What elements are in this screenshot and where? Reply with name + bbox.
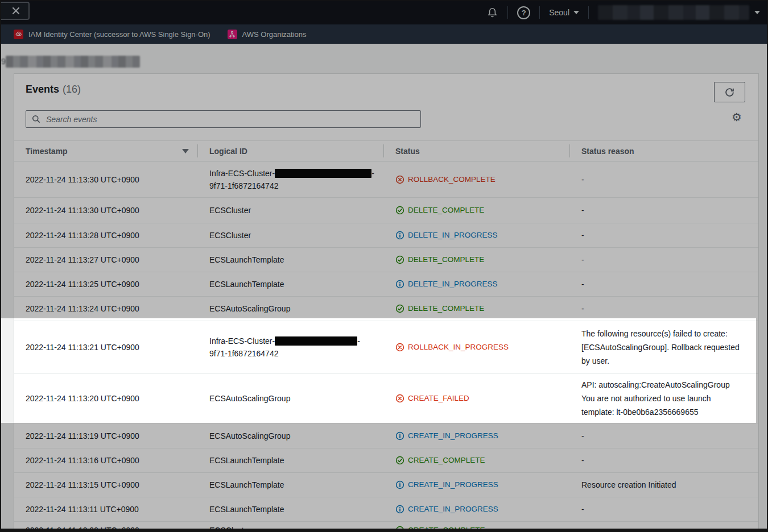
table-row: 2022-11-24 11:13:24 UTC+0900ECSAutoScali… xyxy=(14,297,758,321)
status-reason-cell: The following resource(s) failed to crea… xyxy=(570,327,749,368)
redacted-text-block xyxy=(275,169,371,178)
column-header-status[interactable]: Status xyxy=(384,141,570,161)
table-row: 2022-11-24 11:13:16 UTC+0900ECSLaunchTem… xyxy=(14,448,758,473)
events-table: TimestampLogical IDStatusStatus reason 2… xyxy=(14,140,758,532)
status-info-icon xyxy=(395,505,404,514)
top-bar-divider xyxy=(588,6,589,19)
timestamp-cell: 2022-11-24 11:13:30 UTC+0900 xyxy=(14,204,198,217)
logical-id-cell: ECSAutoScalingGroup xyxy=(198,392,384,405)
status-label: CREATE_COMPLETE xyxy=(408,454,485,467)
close-icon xyxy=(11,6,20,15)
status-error-icon xyxy=(395,394,404,403)
status-reason-cell: - xyxy=(570,429,749,443)
timestamp-cell: 2022-11-24 11:13:24 UTC+0900 xyxy=(14,302,198,315)
settings-gear-icon[interactable]: ⚙︎ xyxy=(732,111,742,123)
top-bar-divider xyxy=(507,6,508,19)
region-selector[interactable]: Seoul xyxy=(549,8,579,17)
status-cell: CREATE_IN_PROGRESS xyxy=(384,479,570,491)
logical-id-cell: ECSCluster xyxy=(198,522,384,532)
column-header-label: Status xyxy=(395,147,420,156)
status-cell: CREATE_COMPLETE xyxy=(384,454,570,467)
refresh-button[interactable] xyxy=(714,82,745,102)
iam-identity-center-icon xyxy=(14,30,23,39)
status-reason-cell: - xyxy=(570,454,749,467)
status-label: CREATE_COMPLETE xyxy=(408,524,485,532)
status-success-icon xyxy=(395,526,404,532)
favorite-aws-organizations[interactable]: AWS Organizations xyxy=(228,30,307,39)
status-reason-cell: - xyxy=(570,253,749,267)
status-cell: DELETE_COMPLETE xyxy=(384,302,570,315)
status-success-icon xyxy=(395,255,404,264)
status-label: CREATE_IN_PROGRESS xyxy=(408,430,498,442)
events-panel: Events(16) ⚙︎ TimestampLogical IDStatusS… xyxy=(14,73,759,532)
status-cell: ROLLBACK_IN_PROGRESS xyxy=(384,341,570,354)
search-icon xyxy=(32,115,40,123)
logical-id-cell: ECSCluster xyxy=(198,204,384,217)
column-header-timestamp[interactable]: Timestamp xyxy=(14,141,198,161)
table-row: 2022-11-24 11:13:15 UTC+0900ECSLaunchTem… xyxy=(14,473,758,497)
status-reason-cell: - xyxy=(570,522,749,532)
status-reason-cell: Resource creation Initiated xyxy=(570,478,749,492)
status-reason-cell: - xyxy=(570,228,749,242)
account-name-redacted xyxy=(598,5,749,20)
column-header-status-reason[interactable]: Status reason xyxy=(570,141,758,161)
search-input[interactable] xyxy=(45,114,420,124)
status-reason-cell: - xyxy=(570,302,749,315)
help-icon[interactable]: ? xyxy=(517,6,530,19)
top-bar-right-controls: ? Seoul xyxy=(486,1,760,24)
table-header-row: TimestampLogical IDStatusStatus reason xyxy=(14,140,758,161)
status-cell: DELETE_COMPLETE xyxy=(384,253,570,266)
account-menu[interactable] xyxy=(598,5,760,20)
status-info-icon xyxy=(395,280,404,289)
status-cell: CREATE_IN_PROGRESS xyxy=(384,430,570,442)
aws-console-screenshot: ? Seoul IAM Identity Center (success xyxy=(0,0,768,532)
timestamp-cell: 2022-11-24 11:13:15 UTC+0900 xyxy=(14,479,198,491)
help-glyph: ? xyxy=(522,9,526,17)
sort-descending-icon xyxy=(182,149,189,153)
timestamp-cell: 2022-11-24 11:13:20 UTC+0900 xyxy=(14,392,198,405)
chevron-down-icon xyxy=(573,11,579,14)
table-row: 2022-11-24 11:13:19 UTC+0900ECSAutoScali… xyxy=(14,423,758,448)
table-row: 2022-11-24 11:13:11 UTC+0900ECSLaunchTem… xyxy=(14,497,758,522)
top-bar-divider xyxy=(539,6,540,19)
console-top-bar: ? Seoul xyxy=(1,1,767,24)
redacted-text-block xyxy=(275,336,357,346)
status-label: DELETE_IN_PROGRESS xyxy=(408,229,498,242)
timestamp-cell: 2022-11-24 11:13:19 UTC+0900 xyxy=(14,430,198,442)
status-cell: CREATE_IN_PROGRESS xyxy=(384,503,570,516)
logical-id-cell: ECSLaunchTemplate xyxy=(198,253,384,266)
status-info-icon xyxy=(395,231,404,240)
table-row: 2022-11-24 11:13:28 UTC+0900ECSClusterDE… xyxy=(14,223,758,248)
timestamp-cell: 2022-11-24 11:13:16 UTC+0900 xyxy=(14,454,198,467)
notifications-bell-icon[interactable] xyxy=(486,7,498,19)
column-header-label: Logical ID xyxy=(209,147,247,156)
status-info-icon xyxy=(395,431,404,440)
logical-id-cell: ECSAutoScalingGroup xyxy=(198,302,384,315)
status-label: CREATE_IN_PROGRESS xyxy=(408,479,498,491)
timestamp-cell: 2022-11-24 11:13:11 UTC+0900 xyxy=(14,503,198,516)
status-label: DELETE_COMPLETE xyxy=(408,204,484,217)
status-error-icon xyxy=(395,175,404,184)
status-reason-cell: - xyxy=(570,173,749,186)
status-label: DELETE_IN_PROGRESS xyxy=(408,278,498,290)
column-header-logical-id[interactable]: Logical ID xyxy=(198,141,384,161)
logical-id-cell: ECSLaunchTemplate xyxy=(198,454,384,467)
panel-title: Events(16) xyxy=(26,84,81,95)
timestamp-cell: 2022-11-24 11:13:21 UTC+0900 xyxy=(14,341,198,354)
status-label: CREATE_FAILED xyxy=(408,392,469,405)
status-label: DELETE_COMPLETE xyxy=(408,302,484,315)
favorites-bar: IAM Identity Center (successor to AWS Si… xyxy=(1,24,767,44)
table-row: 2022-11-24 11:13:30 UTC+0900ECSClusterDE… xyxy=(14,198,758,223)
table-row: 2022-11-24 11:13:09 UTC+0900ECSClusterCR… xyxy=(14,522,758,532)
status-label: ROLLBACK_COMPLETE xyxy=(408,173,496,186)
logical-id-cell: ECSCluster xyxy=(198,229,384,242)
search-box xyxy=(26,110,421,128)
status-cell: DELETE_COMPLETE xyxy=(384,204,570,217)
status-label: ROLLBACK_IN_PROGRESS xyxy=(408,341,509,354)
status-info-icon xyxy=(395,480,404,489)
column-header-label: Timestamp xyxy=(26,147,68,156)
favorite-iam-identity-center[interactable]: IAM Identity Center (successor to AWS Si… xyxy=(14,30,210,39)
close-button[interactable] xyxy=(0,2,30,20)
events-count: (16) xyxy=(63,84,81,95)
events-title: Events xyxy=(26,84,59,95)
